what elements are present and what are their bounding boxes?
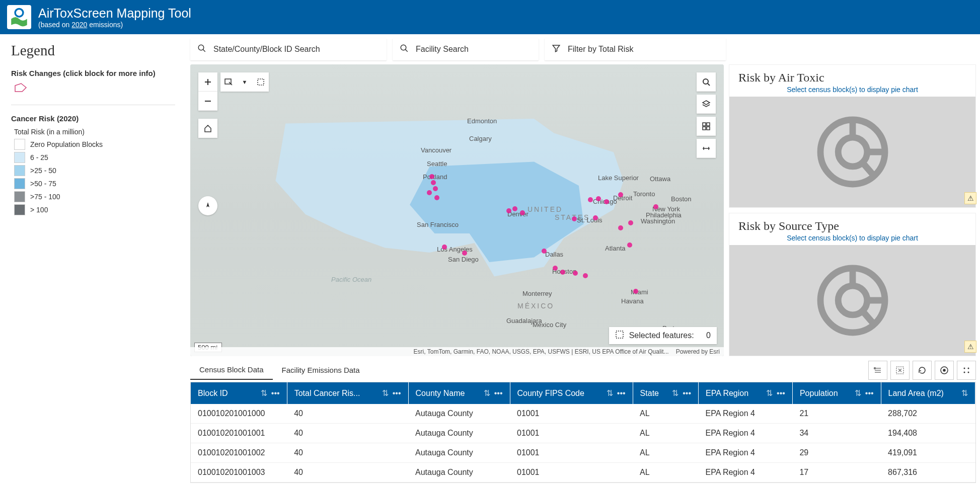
table-options-button[interactable] bbox=[957, 361, 976, 380]
table-cell: 40 bbox=[287, 404, 408, 424]
svg-line-12 bbox=[708, 84, 710, 86]
facility-search[interactable]: Facility Search bbox=[393, 38, 539, 60]
compass-button[interactable] bbox=[198, 196, 217, 215]
column-header[interactable]: Total Cancer Ris...⇅••• bbox=[287, 382, 408, 404]
map-hotspot bbox=[506, 208, 511, 213]
table-cell: 010010201001000 bbox=[191, 404, 287, 424]
tab-facility[interactable]: Facility Emissions Data bbox=[273, 361, 369, 379]
column-header[interactable]: EPA Region⇅••• bbox=[699, 382, 793, 404]
column-menu-icon[interactable]: ••• bbox=[683, 389, 691, 398]
table-row[interactable]: 01001020100100040Autauga County01001ALEP… bbox=[191, 404, 975, 424]
filter-icon bbox=[552, 44, 561, 55]
column-menu-icon[interactable]: ••• bbox=[777, 389, 785, 398]
column-header[interactable]: County FIPS Code⇅••• bbox=[510, 382, 633, 404]
column-menu-icon[interactable]: ••• bbox=[494, 389, 503, 398]
legend-swatch bbox=[14, 165, 25, 176]
clear-selection-button[interactable] bbox=[890, 361, 910, 380]
table-cell: EPA Region 4 bbox=[699, 463, 793, 482]
map-hotspot bbox=[573, 271, 578, 276]
map-label: Havana bbox=[621, 297, 644, 305]
table-cell: EPA Region 4 bbox=[699, 424, 793, 443]
map-label: St. Louis bbox=[577, 216, 602, 224]
map-label: Pacific Ocean bbox=[331, 276, 371, 283]
svg-point-40 bbox=[964, 367, 965, 369]
map-label: Lake Superior bbox=[598, 174, 639, 182]
filter-placeholder: Filter by Total Risk bbox=[568, 45, 633, 54]
map-hotspot bbox=[431, 180, 436, 185]
column-header[interactable]: State⇅••• bbox=[633, 382, 698, 404]
map-label: Portland bbox=[423, 173, 447, 181]
map-hotspot bbox=[433, 186, 438, 191]
filter-risk[interactable]: Filter by Total Risk bbox=[545, 38, 726, 60]
table-cell: Autauga County bbox=[408, 424, 510, 443]
map-hotspot bbox=[434, 195, 439, 200]
block-search[interactable]: State/County/Block ID Search bbox=[190, 38, 387, 60]
emissions-year-link[interactable]: 2020 bbox=[71, 21, 87, 29]
zoom-to-button[interactable] bbox=[935, 361, 954, 380]
legend-cancer-risk: Cancer Risk (2020) bbox=[11, 114, 175, 123]
column-menu-icon[interactable]: ••• bbox=[393, 389, 401, 398]
tab-census[interactable]: Census Block Data bbox=[190, 360, 273, 380]
warning-icon[interactable]: ⚠ bbox=[964, 341, 976, 353]
column-header[interactable]: County Name⇅••• bbox=[408, 382, 510, 404]
zoom-in-button[interactable] bbox=[198, 72, 217, 92]
map-search-button[interactable] bbox=[697, 72, 716, 92]
map-attribution: Esri, TomTom, Garmin, FAO, NOAA, USGS, E… bbox=[190, 347, 724, 356]
epa-logo bbox=[7, 5, 31, 29]
column-menu-icon[interactable]: ••• bbox=[617, 389, 626, 398]
table-row[interactable]: 01001020100100140Autauga County01001ALEP… bbox=[191, 424, 975, 443]
table-row[interactable]: 01001020100100240Autauga County01001ALEP… bbox=[191, 443, 975, 463]
sort-icon: ⇅ bbox=[961, 388, 968, 398]
column-header[interactable]: Block ID⇅••• bbox=[191, 382, 287, 404]
risk-air-toxic-card: Risk by Air Toxic Select census block(s)… bbox=[729, 64, 976, 208]
warning-icon[interactable]: ⚠ bbox=[964, 192, 976, 204]
svg-line-30 bbox=[862, 311, 873, 323]
table-tabs: Census Block Data Facility Emissions Dat… bbox=[190, 360, 976, 380]
legend-swatch bbox=[14, 204, 25, 215]
map-hotspot bbox=[512, 206, 517, 211]
table-cell: EPA Region 4 bbox=[699, 443, 793, 463]
map-hotspot bbox=[553, 266, 558, 271]
zoom-out-button[interactable] bbox=[198, 92, 217, 111]
table-cell: AL bbox=[633, 404, 698, 424]
column-header[interactable]: Population⇅••• bbox=[792, 382, 881, 404]
table-cell: 01001 bbox=[510, 463, 633, 482]
map-hotspot bbox=[542, 249, 547, 254]
column-menu-icon[interactable]: ••• bbox=[865, 389, 874, 398]
measure-button[interactable] bbox=[697, 139, 716, 158]
chart-title: Risk by Air Toxic bbox=[729, 65, 975, 86]
risk-change-icon bbox=[14, 83, 175, 96]
svg-point-42 bbox=[964, 371, 965, 373]
table-cell: 29 bbox=[792, 443, 881, 463]
select-rectangle-icon bbox=[220, 78, 237, 86]
powered-by[interactable]: Powered by Esri bbox=[676, 348, 720, 355]
select-tool[interactable]: ▼ bbox=[220, 72, 269, 92]
svg-rect-13 bbox=[703, 123, 706, 126]
table-row[interactable]: 01001020100100340Autauga County01001ALEP… bbox=[191, 463, 975, 482]
map-label: Mexico City bbox=[533, 321, 566, 329]
map-label: Ottawa bbox=[650, 175, 670, 183]
column-menu-icon[interactable]: ••• bbox=[271, 389, 280, 398]
clear-selection-icon[interactable] bbox=[253, 78, 269, 86]
svg-rect-20 bbox=[616, 331, 623, 338]
refresh-button[interactable] bbox=[913, 361, 932, 380]
home-button[interactable] bbox=[198, 119, 217, 138]
table-cell: 34 bbox=[792, 424, 881, 443]
basemap-button[interactable] bbox=[697, 117, 716, 136]
legend-item: >75 - 100 bbox=[14, 191, 175, 202]
table-cell: Autauga County bbox=[408, 443, 510, 463]
table-cell: 010010201001003 bbox=[191, 463, 287, 482]
table-cell: 010010201001001 bbox=[191, 424, 287, 443]
legend-label: >75 - 100 bbox=[30, 193, 60, 201]
legend-total-risk: Total Risk (in a million) bbox=[14, 128, 175, 136]
svg-point-4 bbox=[401, 45, 406, 50]
chevron-down-icon[interactable]: ▼ bbox=[237, 79, 253, 85]
map-label: Toronto bbox=[633, 190, 655, 198]
map[interactable]: EdmontonCalgaryVancouverSeattlePortlandU… bbox=[190, 64, 724, 356]
legend-title: Legend bbox=[11, 42, 175, 59]
selection-icon bbox=[615, 330, 624, 341]
svg-point-41 bbox=[968, 367, 969, 369]
layers-button[interactable] bbox=[697, 95, 716, 114]
show-selection-button[interactable] bbox=[868, 361, 887, 380]
column-header[interactable]: Land Area (m2)⇅ bbox=[881, 382, 975, 404]
